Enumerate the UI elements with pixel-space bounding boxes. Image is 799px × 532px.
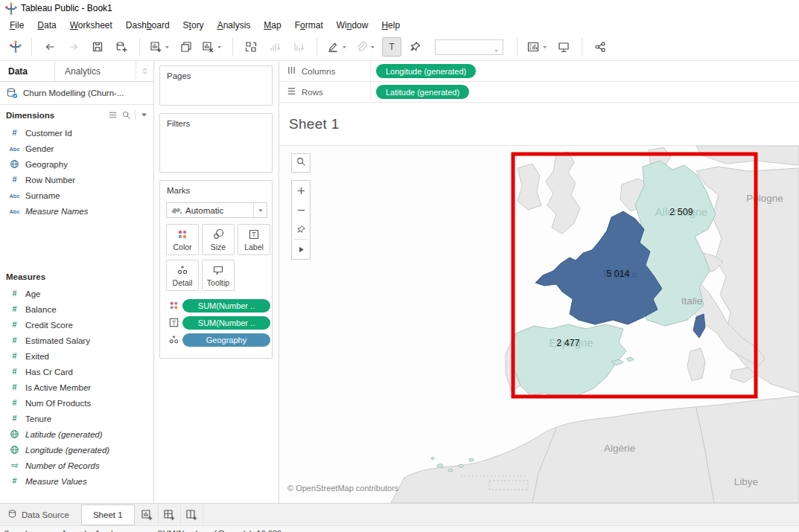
menu-data[interactable]: Data: [31, 18, 63, 33]
marks-pills: SUM(Number ..TSUM(Number ..Geography: [166, 297, 270, 348]
columns-shelf[interactable]: Columns Longitude (generated): [279, 61, 799, 82]
tab-data[interactable]: Data: [0, 61, 55, 81]
menu-story[interactable]: Story: [176, 18, 211, 33]
new-worksheet-button[interactable]: [136, 504, 159, 525]
show-mark-labels-button[interactable]: T: [382, 37, 401, 57]
field-measure-values[interactable]: #Measure Values: [0, 473, 153, 489]
pill-sum-number[interactable]: SUM(Number ..: [182, 299, 270, 313]
field-num-of-products[interactable]: #Num Of Products: [0, 395, 153, 411]
menu-format[interactable]: Format: [288, 18, 330, 33]
svg-text:=#: =#: [10, 462, 18, 469]
field-tenure[interactable]: #Tenure: [0, 411, 153, 426]
fix-axes-button[interactable]: [406, 37, 425, 57]
pill-longitude-generated[interactable]: Longitude (generated): [376, 64, 476, 78]
show-me-button[interactable]: [526, 37, 550, 57]
field-is-active-member[interactable]: #Is Active Member: [0, 379, 153, 395]
pane-collapse-icon[interactable]: [136, 61, 153, 81]
dropdown-caret-icon: [341, 44, 348, 51]
field-credit-score[interactable]: #Credit Score: [0, 317, 153, 333]
zoom-in-button[interactable]: [292, 181, 310, 200]
svg-text:#: #: [12, 175, 16, 184]
menu-help[interactable]: Help: [375, 18, 407, 33]
field-exited[interactable]: #Exited: [0, 348, 153, 364]
field-has-cr-card[interactable]: #Has Cr Card: [0, 364, 153, 379]
map-tools-expand-button[interactable]: [292, 240, 310, 259]
tab-sheet-1[interactable]: Sheet 1: [81, 504, 135, 525]
tableau-logo-icon: [6, 38, 25, 56]
clear-sheet-button[interactable]: [200, 37, 224, 57]
columns-icon: [287, 65, 296, 77]
zoom-out-button[interactable]: [292, 200, 310, 219]
highlight-button[interactable]: [325, 37, 349, 57]
chevron-down-icon[interactable]: [253, 203, 267, 217]
field-customer-id[interactable]: #Customer Id: [0, 125, 153, 141]
marks-tooltip-button[interactable]: Tooltip: [202, 260, 235, 291]
marks-label-button[interactable]: TLabel: [238, 224, 270, 255]
map-attribution: © OpenStreetMap contributors: [287, 484, 398, 493]
menu-window[interactable]: Window: [330, 18, 375, 33]
marks-card: Marks Automatic ColorSizeTLabelDetailToo…: [159, 180, 273, 359]
map-canvas[interactable]: Allemagne France Espagne Pologne Italie …: [279, 146, 799, 503]
new-dashboard-button[interactable]: [159, 504, 181, 525]
swap-rows-columns-button[interactable]: [241, 37, 261, 57]
marks-detail-button[interactable]: Detail: [166, 260, 199, 291]
search-icon[interactable]: [121, 110, 131, 121]
field-measure-names[interactable]: AbcMeasure Names: [0, 203, 153, 219]
pages-shelf[interactable]: Pages: [159, 65, 273, 106]
save-button[interactable]: [88, 37, 107, 57]
island-corsica[interactable]: [693, 314, 705, 338]
field-surname[interactable]: AbcSurname: [0, 188, 153, 203]
new-worksheet-button[interactable]: [148, 37, 172, 57]
data-source-item[interactable]: Churn Modelling (Churn-...: [0, 83, 153, 103]
svg-text:#: #: [12, 414, 16, 423]
view-list-icon[interactable]: [108, 110, 118, 121]
marks-pill-row: SUM(Number ..: [166, 297, 270, 314]
field-geography[interactable]: Geography: [0, 156, 153, 172]
field-age[interactable]: #Age: [0, 286, 153, 301]
map-visualization[interactable]: Allemagne France Espagne Pologne Italie …: [279, 146, 799, 503]
pill-latitude-generated[interactable]: Latitude (generated): [376, 85, 469, 99]
rows-shelf[interactable]: Rows Latitude (generated): [279, 82, 799, 103]
pill-sum-number[interactable]: SUM(Number ..: [182, 316, 270, 330]
number-records-field-icon: =#: [6, 460, 22, 471]
svg-text:#: #: [12, 398, 16, 407]
field-estimated-salary[interactable]: #Estimated Salary: [0, 333, 153, 348]
sort-asc-icon: [269, 41, 281, 53]
menu-map[interactable]: Map: [257, 18, 287, 33]
number-field-icon: #: [6, 319, 22, 330]
share-button[interactable]: [591, 37, 610, 57]
svg-text:Pologne: Pologne: [746, 193, 783, 204]
menu-analysis[interactable]: Analysis: [211, 18, 258, 33]
marks-size-button[interactable]: Size: [202, 224, 235, 255]
country-spain[interactable]: [512, 324, 626, 397]
number-field-icon: #: [6, 304, 22, 315]
mark-type-dropdown[interactable]: Automatic: [166, 202, 267, 218]
presentation-mode-button[interactable]: [554, 37, 573, 57]
tableau-app-icon: [4, 2, 16, 14]
tab-data-source[interactable]: Data Source: [0, 504, 81, 525]
menu-file[interactable]: File: [3, 18, 31, 33]
field-balance[interactable]: #Balance: [0, 301, 153, 317]
field-latitude-generated[interactable]: Latitude (generated): [0, 426, 153, 442]
pill-geography[interactable]: Geography: [182, 333, 270, 347]
tab-analytics[interactable]: Analytics: [55, 61, 136, 81]
new-story-button[interactable]: [181, 504, 203, 525]
data-pane-tabs: Data Analytics: [0, 61, 153, 82]
field-gender[interactable]: AbcGender: [0, 141, 153, 156]
undo-button[interactable]: [40, 37, 60, 57]
duplicate-sheet-button[interactable]: [176, 37, 196, 57]
field-number-of-records[interactable]: =#Number of Records: [0, 458, 153, 473]
fit-dropdown[interactable]: [435, 39, 503, 55]
field-row-number[interactable]: #Row Number: [0, 172, 153, 188]
dropdown-caret-icon: [164, 44, 171, 51]
menu-dashboard[interactable]: Dashboard: [119, 18, 176, 33]
filters-shelf[interactable]: Filters: [159, 113, 273, 173]
map-search-button[interactable]: [291, 153, 311, 173]
chevron-down-icon[interactable]: [139, 110, 149, 121]
marks-color-button[interactable]: Color: [166, 224, 199, 255]
label-spain-value: 2 477: [556, 338, 579, 348]
add-data-source-button[interactable]: [112, 37, 131, 57]
map-pin-button[interactable]: [292, 219, 310, 239]
menu-worksheet[interactable]: Worksheet: [63, 18, 119, 33]
field-longitude-generated[interactable]: Longitude (generated): [0, 442, 153, 458]
